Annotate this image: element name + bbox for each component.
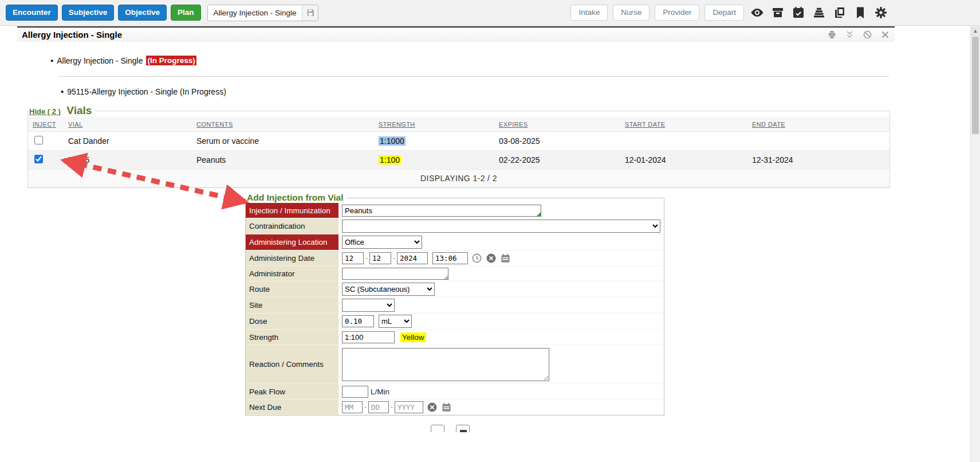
form-selector[interactable]: Allergy Injection - Single xyxy=(207,5,319,21)
reaction-label: Reaction / Comments xyxy=(246,345,339,384)
strength-label: Strength xyxy=(246,330,339,345)
intake-button[interactable]: Intake xyxy=(570,5,608,21)
plan-button[interactable]: Plan xyxy=(171,5,201,21)
vertical-scrollbar[interactable]: ▲ xyxy=(970,26,980,462)
save-icon[interactable] xyxy=(302,5,318,21)
contents-cell: Serum or vaccine xyxy=(192,132,374,151)
encounter-button[interactable]: Encounter xyxy=(6,5,58,21)
dose-input[interactable] xyxy=(342,315,374,327)
contents-cell: Peanuts xyxy=(192,151,374,170)
admin-date-year-input[interactable] xyxy=(397,252,428,264)
calendar-icon[interactable] xyxy=(500,253,511,264)
note-panel: Allergy Injection - Single • Allergy Inj… xyxy=(17,26,895,432)
col-vial[interactable]: VIAL xyxy=(64,117,192,132)
dose-unit-select[interactable]: mL xyxy=(379,315,412,328)
archive-icon[interactable] xyxy=(770,5,785,21)
strength-value: 1:100 xyxy=(379,155,401,165)
field-row-administering-location: Administering Location Office xyxy=(246,234,664,250)
calendar-icon[interactable] xyxy=(441,402,452,413)
site-label: Site xyxy=(246,297,339,314)
contraindication-label: Contraindication xyxy=(246,218,339,234)
reaction-textarea[interactable] xyxy=(342,348,549,381)
admin-time-input[interactable] xyxy=(432,252,468,264)
admin-date-day-input[interactable] xyxy=(369,252,391,264)
hide-vials-link[interactable]: Hide ( 2 ) xyxy=(29,107,61,116)
collapse-chevrons-icon[interactable] xyxy=(845,30,855,40)
gear-icon[interactable] xyxy=(873,5,888,21)
note-list-item: • Allergy Injection - Single (In Progres… xyxy=(50,56,895,65)
dose-label: Dose xyxy=(246,314,339,330)
administrator-input[interactable] xyxy=(342,268,448,280)
field-row-contraindication: Contraindication xyxy=(246,218,664,234)
disable-icon[interactable] xyxy=(863,30,872,40)
nurse-button[interactable]: Nurse xyxy=(613,5,650,21)
field-row-administering-date: Administering Date - - xyxy=(246,250,664,266)
vial-cell: P15-5 xyxy=(64,151,192,170)
administering-date-label: Administering Date xyxy=(246,250,339,266)
col-start-date[interactable]: START DATE xyxy=(620,117,747,132)
close-icon[interactable] xyxy=(880,30,890,40)
strength-input[interactable] xyxy=(342,331,395,343)
injection-label: Injection / Immunization xyxy=(246,203,339,218)
toolbar-right-group: Intake Nurse Provider Depart xyxy=(570,5,888,21)
col-expires[interactable]: EXPIRES xyxy=(494,117,620,132)
partial-button[interactable] xyxy=(431,425,444,432)
expires-cell: 03-08-2025 xyxy=(494,132,620,151)
clear-date-icon[interactable] xyxy=(486,253,497,264)
route-select[interactable]: SC (Subcutaneous) xyxy=(342,283,435,296)
eye-icon[interactable] xyxy=(749,5,765,21)
printer-icon[interactable] xyxy=(827,30,837,40)
paging-status: DISPLAYING 1-2 / 2 xyxy=(28,170,890,187)
contraindication-select[interactable] xyxy=(342,220,660,233)
next-due-month-input[interactable] xyxy=(342,401,363,413)
clear-date-icon[interactable] xyxy=(427,402,438,413)
administering-location-label: Administering Location xyxy=(246,234,339,250)
site-select[interactable] xyxy=(342,299,395,312)
admin-date-month-input[interactable] xyxy=(342,252,364,264)
strength-value: 1:1000 xyxy=(379,136,406,146)
scrollbar-up-arrow[interactable]: ▲ xyxy=(971,26,980,36)
inject-checkbox[interactable] xyxy=(34,155,43,163)
peak-flow-label: Peak Flow xyxy=(246,384,339,400)
vials-header-row: INJECT VIAL CONTENTS STRENGTH EXPIRES ST… xyxy=(28,117,890,132)
calendar-check-icon[interactable] xyxy=(790,5,806,21)
inject-checkbox[interactable] xyxy=(34,136,43,144)
col-contents[interactable]: CONTENTS xyxy=(192,117,374,132)
col-inject[interactable]: INJECT xyxy=(28,117,64,132)
administrator-label: Administrator xyxy=(246,266,339,281)
table-row: Cat Dander Serum or vaccine 1:1000 03-08… xyxy=(28,132,890,151)
next-due-label: Next Due xyxy=(246,400,339,415)
divider xyxy=(58,76,889,77)
next-due-year-input[interactable] xyxy=(395,401,423,413)
vial-cell: Cat Dander xyxy=(64,132,192,151)
col-end-date[interactable]: END DATE xyxy=(747,117,890,132)
bottom-buttons-clipped xyxy=(431,425,895,432)
bullet-dot: • xyxy=(50,56,53,65)
objective-button[interactable]: Objective xyxy=(118,5,167,21)
next-due-day-input[interactable] xyxy=(368,401,389,413)
vials-section: Hide ( 2 ) Vials INJECT VIAL CONTENTS ST… xyxy=(27,104,890,188)
top-toolbar: Encounter Subjective Objective Plan Alle… xyxy=(0,0,980,26)
peak-flow-input[interactable] xyxy=(342,386,368,398)
col-strength[interactable]: STRENGTH xyxy=(374,117,494,132)
copy-icon[interactable] xyxy=(832,5,847,21)
vials-heading: Vials xyxy=(66,104,92,116)
end-date-cell: 12-31-2024 xyxy=(747,151,890,170)
provider-button[interactable]: Provider xyxy=(655,5,699,21)
subjective-button[interactable]: Subjective xyxy=(62,5,115,21)
panel-header-icons xyxy=(827,30,890,40)
bookmark-icon[interactable] xyxy=(852,5,868,21)
partial-button[interactable] xyxy=(456,425,470,432)
administering-location-select[interactable]: Office xyxy=(342,236,422,249)
depart-button[interactable]: Depart xyxy=(705,5,744,21)
clock-icon[interactable] xyxy=(471,253,482,264)
add-injection-form: Add Injection from Vial Injection / Immu… xyxy=(245,193,664,416)
field-row-administrator: Administrator xyxy=(246,266,664,281)
end-date-cell xyxy=(747,132,890,151)
books-icon[interactable] xyxy=(811,5,826,21)
note-sub-item-text[interactable]: 95115-Allergy Injection - Single (In Pro… xyxy=(67,87,226,96)
scrollbar-thumb[interactable] xyxy=(972,37,979,134)
injection-input[interactable] xyxy=(342,205,541,217)
status-badge: (In Progress) xyxy=(146,56,196,65)
form-heading: Add Injection from Vial xyxy=(246,193,347,203)
